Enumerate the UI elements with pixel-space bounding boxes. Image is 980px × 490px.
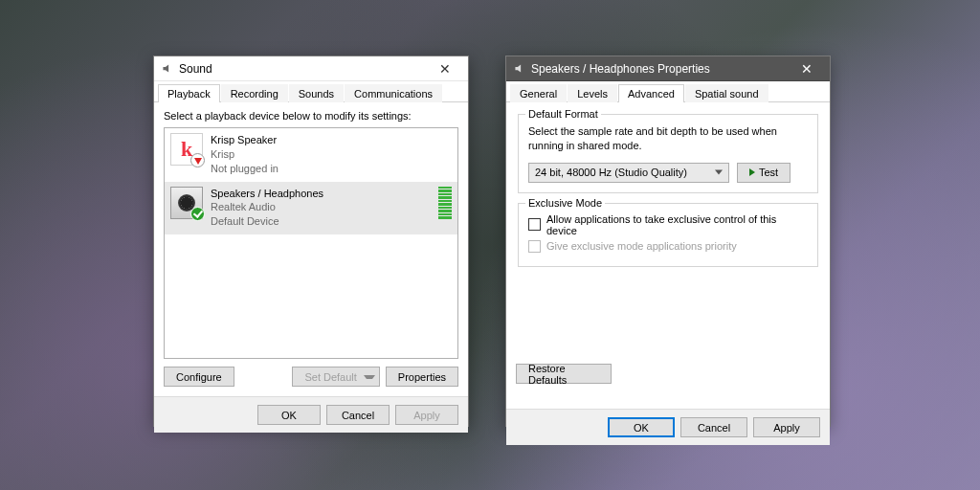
titlebar[interactable]: Sound ✕: [154, 56, 468, 81]
checkbox-icon: [528, 218, 541, 231]
cancel-button[interactable]: Cancel: [680, 417, 747, 437]
close-button[interactable]: ✕: [788, 56, 826, 80]
speaker-properties-dialog: Speakers / Headphones Properties ✕ Gener…: [505, 56, 831, 427]
default-format-group: Default Format Select the sample rate an…: [518, 114, 818, 193]
apply-button[interactable]: Apply: [753, 417, 820, 437]
ok-button[interactable]: OK: [257, 405, 321, 425]
properties-button[interactable]: Properties: [386, 367, 458, 387]
instruction-text: Select a playback device below to modify…: [164, 110, 458, 122]
exclusive-mode-group: Exclusive Mode Allow applications to tak…: [518, 203, 818, 267]
dialog-buttons: OK Cancel Apply: [154, 396, 468, 433]
format-description: Select the sample rate and bit depth to …: [528, 124, 808, 153]
group-label: Default Format: [525, 108, 601, 120]
device-speakers[interactable]: Speakers / Headphones Realtek Audio Defa…: [165, 182, 457, 235]
window-title: Sound: [179, 62, 426, 76]
speaker-icon: [170, 187, 203, 219]
device-driver: Realtek Audio: [211, 200, 427, 214]
device-krisp[interactable]: k Krisp Speaker Krisp Not plugged in: [165, 128, 457, 182]
checkbox-icon: [528, 240, 541, 253]
window-title: Speakers / Headphones Properties: [531, 62, 788, 76]
sound-dialog: Sound ✕ Playback Recording Sounds Commun…: [153, 56, 469, 427]
exclusive-control-checkbox[interactable]: Allow applications to take exclusive con…: [528, 213, 808, 236]
set-default-button[interactable]: Set Default: [292, 367, 379, 387]
level-meter-icon: [438, 187, 452, 219]
tab-playback[interactable]: Playback: [158, 84, 220, 102]
device-status: Default Device: [211, 214, 427, 229]
tab-recording[interactable]: Recording: [221, 84, 288, 102]
format-select[interactable]: 24 bit, 48000 Hz (Studio Quality): [528, 163, 729, 183]
tab-advanced[interactable]: Advanced: [618, 84, 684, 102]
device-name: Krisp Speaker: [211, 133, 452, 147]
restore-defaults-button[interactable]: Restore Defaults: [516, 364, 612, 384]
speaker-icon: [512, 62, 525, 76]
close-button[interactable]: ✕: [426, 56, 464, 80]
default-check-overlay-icon: [190, 207, 205, 221]
unplugged-overlay-icon: [190, 153, 205, 167]
device-name: Speakers / Headphones: [211, 187, 427, 201]
tab-general[interactable]: General: [510, 84, 567, 102]
cancel-button[interactable]: Cancel: [326, 405, 390, 425]
ok-button[interactable]: OK: [608, 417, 675, 437]
device-driver: Krisp: [211, 147, 452, 162]
apply-button[interactable]: Apply: [395, 405, 458, 425]
device-list[interactable]: k Krisp Speaker Krisp Not plugged in Spe…: [164, 127, 458, 359]
dialog-buttons: OK Cancel Apply: [506, 409, 830, 445]
tab-bar: Playback Recording Sounds Communications: [154, 81, 468, 102]
configure-button[interactable]: Configure: [164, 367, 234, 387]
device-status: Not plugged in: [211, 162, 452, 176]
test-button[interactable]: Test: [737, 163, 791, 183]
tab-sounds[interactable]: Sounds: [289, 84, 344, 102]
titlebar[interactable]: Speakers / Headphones Properties ✕: [506, 56, 830, 81]
tab-bar: General Levels Advanced Spatial sound: [506, 81, 830, 102]
play-icon: [749, 168, 755, 176]
tab-levels[interactable]: Levels: [568, 84, 617, 102]
tab-spatial[interactable]: Spatial sound: [685, 84, 768, 102]
sound-icon: [160, 62, 173, 76]
krisp-icon: k: [170, 133, 203, 166]
format-value: 24 bit, 48000 Hz (Studio Quality): [535, 167, 687, 178]
exclusive-priority-checkbox: Give exclusive mode applications priorit…: [528, 240, 808, 253]
tab-communications[interactable]: Communications: [345, 84, 442, 102]
group-label: Exclusive Mode: [525, 197, 605, 209]
